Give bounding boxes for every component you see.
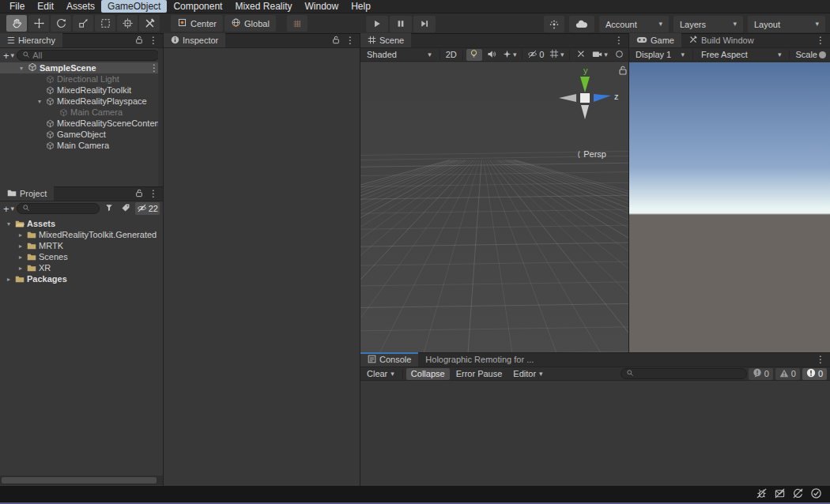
hidden-packages-toggle[interactable]: 22 bbox=[135, 202, 160, 215]
activity-check-icon[interactable] bbox=[810, 487, 822, 501]
slider-knob[interactable] bbox=[819, 51, 826, 58]
project-item-xr[interactable]: ▸XR bbox=[0, 262, 163, 273]
project-item-assets[interactable]: ▾Assets bbox=[0, 218, 163, 229]
hierarchy-scrollbar[interactable] bbox=[158, 48, 163, 186]
menu-item-mixed-reality[interactable]: Mixed Reality bbox=[228, 0, 298, 13]
menu-item-window[interactable]: Window bbox=[298, 0, 345, 13]
foldout-collapsed-icon[interactable]: ▸ bbox=[5, 276, 13, 283]
hierarchy-search-input[interactable]: All bbox=[17, 50, 160, 61]
cache-server-icon[interactable] bbox=[774, 487, 786, 501]
editor-dropdown[interactable]: Editor ▾ bbox=[508, 368, 547, 380]
console-log-area[interactable] bbox=[360, 382, 830, 486]
warning-messages-toggle[interactable]: 0 bbox=[775, 368, 800, 380]
scene-lighting-toggle[interactable] bbox=[466, 49, 482, 61]
shading-mode-dropdown[interactable]: Shaded ▾ bbox=[362, 49, 436, 61]
pivot-toggle-button[interactable]: Center bbox=[171, 15, 223, 32]
search-by-type-button[interactable] bbox=[102, 202, 116, 215]
tab-game[interactable]: Game bbox=[629, 33, 681, 47]
foldout-expanded-icon[interactable]: ▾ bbox=[17, 65, 25, 72]
kebab-menu-icon[interactable]: ⋮ bbox=[345, 36, 355, 45]
scene-visibility-toggle[interactable]: 0 bbox=[526, 49, 546, 61]
project-search-input[interactable] bbox=[17, 203, 100, 214]
grid-snap-button[interactable] bbox=[287, 15, 307, 32]
foldout-collapsed-icon[interactable]: ▸ bbox=[17, 231, 25, 239]
project-item-packages[interactable]: ▸Packages bbox=[0, 273, 163, 284]
tab-scene[interactable]: Scene bbox=[360, 33, 411, 47]
hierarchy-item-mixedrealityplayspace[interactable]: ▾MixedRealityPlayspace bbox=[0, 96, 163, 107]
create-asset-button[interactable]: +▾ bbox=[3, 204, 14, 214]
menu-item-assets[interactable]: Assets bbox=[60, 0, 101, 13]
layout-dropdown[interactable]: Layout ▾ bbox=[748, 16, 825, 32]
step-button[interactable] bbox=[413, 16, 436, 32]
rotate-tool-button[interactable] bbox=[51, 15, 71, 32]
foldout-collapsed-icon[interactable]: ▸ bbox=[17, 265, 25, 272]
tab-build-window[interactable]: Build Window bbox=[681, 33, 761, 47]
tab-inspector[interactable]: Inspector bbox=[164, 33, 225, 47]
hierarchy-item-gameobject[interactable]: GameObject bbox=[0, 129, 163, 140]
tab-project[interactable]: Project bbox=[0, 186, 54, 201]
foldout-expanded-icon[interactable]: ▾ bbox=[36, 98, 43, 105]
error-messages-toggle[interactable]: 0 bbox=[802, 368, 827, 380]
hierarchy-item-main-camera[interactable]: Main Camera bbox=[0, 107, 163, 118]
console-search-input[interactable] bbox=[621, 368, 747, 379]
hierarchy-item-directional-light[interactable]: Directional Light bbox=[0, 73, 163, 85]
gizmos-dropdown[interactable] bbox=[611, 49, 627, 61]
project-item-scenes[interactable]: ▸Scenes bbox=[0, 251, 163, 262]
collab-button[interactable] bbox=[544, 16, 564, 32]
layers-dropdown[interactable]: Layers ▾ bbox=[673, 16, 743, 32]
space-toggle-button[interactable]: Global bbox=[224, 15, 276, 32]
tab-hierarchy[interactable]: ☰ Hierarchy bbox=[0, 33, 62, 47]
scene-grid-dropdown[interactable]: ▾ bbox=[548, 49, 566, 61]
project-item-mixedrealitytoolkit-generated[interactable]: ▸MixedRealityToolkit.Generated bbox=[0, 229, 163, 240]
aspect-dropdown[interactable]: Free Aspect ▾ bbox=[696, 49, 786, 61]
menu-item-component[interactable]: Component bbox=[167, 0, 228, 13]
rect-tool-button[interactable] bbox=[95, 15, 115, 32]
menu-item-file[interactable]: File bbox=[3, 0, 31, 13]
menu-item-help[interactable]: Help bbox=[345, 0, 377, 13]
scale-tool-button[interactable] bbox=[73, 15, 93, 32]
project-hscrollbar[interactable] bbox=[0, 476, 163, 485]
menu-item-edit[interactable]: Edit bbox=[31, 0, 60, 13]
scene-viewport[interactable]: y z ⟨ Persp bbox=[360, 62, 628, 352]
transform-tool-button[interactable] bbox=[117, 15, 138, 32]
scale-slider[interactable]: Scale bbox=[793, 49, 828, 61]
clear-button[interactable]: Clear ▾ bbox=[362, 368, 399, 380]
foldout-collapsed-icon[interactable]: ▸ bbox=[17, 254, 25, 261]
scene-camera-dropdown[interactable]: ▾ bbox=[590, 49, 609, 61]
hierarchy-item-mixedrealitytoolkit[interactable]: MixedRealityToolkit bbox=[0, 85, 163, 96]
pause-button[interactable] bbox=[390, 16, 412, 32]
move-tool-button[interactable] bbox=[28, 15, 49, 32]
hand-tool-button[interactable] bbox=[6, 15, 27, 32]
tab-console[interactable]: Console bbox=[360, 352, 418, 367]
hierarchy-item-mixedrealityscenecontent[interactable]: MixedRealitySceneContent bbox=[0, 118, 163, 129]
foldout-collapsed-icon[interactable]: ▸ bbox=[17, 243, 25, 250]
menu-item-gameobject[interactable]: GameObject bbox=[101, 0, 167, 13]
kebab-menu-icon[interactable]: ⋮ bbox=[816, 355, 825, 364]
lock-icon[interactable] bbox=[332, 36, 340, 46]
account-dropdown[interactable]: Account ▾ bbox=[599, 16, 669, 32]
error-pause-toggle[interactable]: Error Pause bbox=[451, 368, 507, 380]
kebab-menu-icon[interactable]: ⋮ bbox=[614, 36, 624, 45]
scene-audio-toggle[interactable] bbox=[484, 49, 500, 61]
2d-toggle-button[interactable]: 2D bbox=[443, 49, 459, 61]
collapse-toggle[interactable]: Collapse bbox=[406, 368, 450, 380]
auto-refresh-icon[interactable] bbox=[792, 487, 804, 501]
project-item-mrtk[interactable]: ▸MRTK bbox=[0, 240, 163, 251]
display-dropdown[interactable]: Display 1 ▾ bbox=[631, 49, 689, 61]
kebab-menu-icon[interactable]: ⋮ bbox=[816, 36, 825, 45]
hierarchy-item-main-camera[interactable]: Main Camera bbox=[0, 140, 163, 151]
cloud-button[interactable] bbox=[569, 16, 594, 32]
play-button[interactable] bbox=[366, 16, 388, 32]
kebab-menu-icon[interactable]: ⋮ bbox=[149, 36, 158, 45]
foldout-expanded-icon[interactable]: ▾ bbox=[5, 220, 13, 228]
create-object-button[interactable]: +▾ bbox=[3, 51, 14, 61]
scene-tools-button[interactable] bbox=[573, 49, 589, 61]
scene-header-row[interactable]: ▾ SampleScene ⋮ bbox=[0, 62, 163, 73]
info-messages-toggle[interactable]: 0 bbox=[749, 368, 773, 380]
scene-orientation-gizmo[interactable]: y z bbox=[541, 64, 628, 139]
projection-mode-button[interactable]: ⟨ Persp bbox=[577, 149, 606, 159]
tab-holographic-remoting[interactable]: Holographic Remoting for ... bbox=[418, 352, 541, 367]
scene-effects-dropdown[interactable]: ▾ bbox=[501, 49, 519, 61]
search-by-label-button[interactable] bbox=[119, 202, 133, 215]
debug-mode-icon[interactable] bbox=[756, 487, 768, 501]
